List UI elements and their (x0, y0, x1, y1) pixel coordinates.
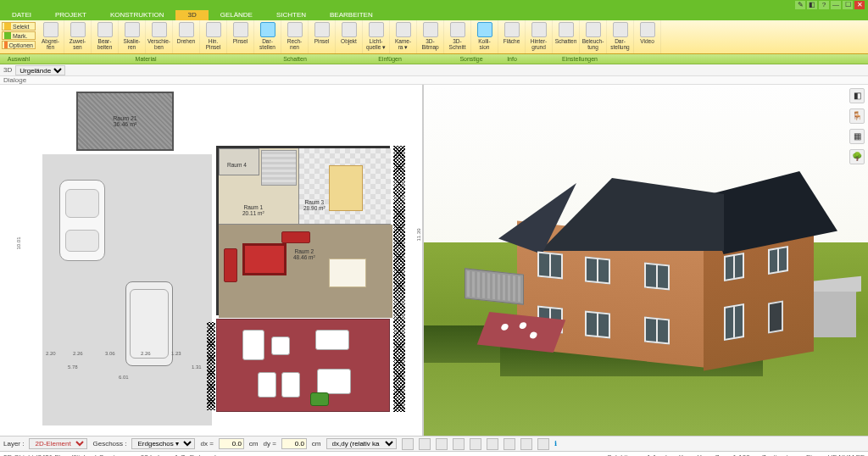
ribbon-btn[interactable]: Schatten (553, 20, 580, 53)
ribbon-btn[interactable]: Rech-nen (281, 20, 309, 53)
living-table (329, 259, 366, 287)
dim: 5.78 (68, 364, 78, 370)
geschoss-select[interactable]: Erdgeschos ▾ (131, 438, 195, 449)
tool-btn[interactable] (453, 438, 465, 450)
layer-select[interactable]: 2D-Element (29, 438, 87, 449)
planter (310, 392, 329, 406)
dy-input[interactable] (281, 438, 307, 449)
balcony (465, 268, 524, 304)
status-bar: 3D Objekt (2431 Einzelflächen) Servierwa… (0, 451, 868, 456)
tool-btn[interactable] (504, 438, 515, 450)
minimize-btn[interactable]: — (831, 1, 841, 9)
tool-btn[interactable] (520, 438, 532, 450)
dim: 1.23 (171, 351, 181, 356)
garage-roof: Raum 2136.46 m² (76, 92, 174, 151)
ribbon-btn[interactable]: Hin.Pinsel (200, 20, 227, 53)
dining-table (329, 165, 363, 211)
ribbon-group-label: Auswahl (0, 54, 37, 64)
qat-options[interactable]: Optionen (2, 41, 36, 49)
menu-tab-projekt[interactable]: PROJEKT (43, 10, 98, 20)
coord-mode[interactable]: dx,dy (relativ ka (326, 438, 397, 449)
sofa (281, 231, 310, 243)
tool-btn[interactable] (487, 438, 498, 450)
dx-input[interactable] (219, 438, 244, 449)
hedge (207, 322, 215, 410)
bottom-toolbar: Layer : 2D-Element Geschoss : Erdgeschos… (0, 436, 868, 451)
house-3d (517, 153, 805, 373)
quick-access: Selekt Mark. Optionen (0, 20, 37, 53)
ribbon-btn[interactable]: Pinsel (227, 20, 254, 53)
2d-plan-view[interactable]: Raum 2136.46 m² Raum 4 Raum 120.11 m² Ra… (0, 85, 424, 436)
ribbon-btn[interactable]: Hinter-grund (526, 20, 553, 53)
dim: 1.31 (192, 364, 202, 370)
ribbon-btn[interactable]: Verschie-ben (146, 20, 173, 53)
tool-btn[interactable] (436, 438, 448, 450)
ribbon-btn[interactable]: Fläche (498, 20, 526, 53)
tool-btn[interactable] (402, 438, 414, 450)
ribbon-btn[interactable]: Drehen (173, 20, 200, 53)
ribbon-btn[interactable]: Licht-quelle ▾ (363, 20, 390, 53)
ribbon-btn[interactable]: 3D-Schnitt (444, 20, 471, 53)
dim: 6.01 (119, 375, 129, 380)
side-tool[interactable]: 🌳 (849, 149, 865, 164)
qat-select[interactable]: Selekt (2, 22, 36, 31)
mode-bar: 3D Urgelände (0, 64, 868, 76)
menu-tab-konstruktion[interactable]: KONSTRUKTION (98, 10, 176, 20)
patio-chair (281, 372, 300, 398)
ribbon-btn[interactable]: Dar-stellen (254, 20, 281, 53)
patio-table (271, 336, 290, 355)
ribbon-btn[interactable]: Dar-stellung (607, 20, 634, 53)
ribbon-group-label: Einfügen (336, 54, 444, 64)
menu-tab-sichten[interactable]: SICHTEN (264, 10, 318, 20)
view-select[interactable]: Urgelände (15, 65, 65, 75)
dialoge-panel-header[interactable]: Dialoge (0, 76, 868, 85)
patio-lounger (317, 369, 351, 394)
ribbon-group-label: Info (498, 54, 526, 64)
tool-btn[interactable] (419, 438, 431, 450)
ribbon-group-label (634, 54, 661, 64)
sys-btn[interactable]: ? (819, 1, 829, 9)
menu-tab-bearbeiten[interactable]: BEARBEITEN (318, 10, 385, 20)
sys-btn[interactable]: ✎ (795, 1, 805, 9)
patio (216, 319, 390, 412)
dim: 2.26 (141, 351, 151, 356)
dim: 10.01 (16, 236, 21, 249)
sofa (224, 248, 237, 282)
ribbon-btn[interactable]: Skalie-ren (119, 20, 146, 53)
ribbon-btn[interactable]: Kame-ra ▾ (390, 20, 417, 53)
ribbon-btn[interactable]: Objekt (336, 20, 363, 53)
ribbon-btn[interactable]: Video (634, 20, 661, 53)
tool-btn[interactable] (470, 438, 481, 450)
side-tool[interactable]: ◧ (849, 88, 865, 103)
ribbon-group-label: Einstellungen (526, 54, 634, 64)
ribbon-btn[interactable]: Abgrei-fen (37, 20, 64, 53)
menu-tabs: DATEIPROJEKTKONSTRUKTION3DGELÄNDESICHTEN… (0, 10, 868, 20)
3d-view[interactable]: ◧🪑▦🌳 (424, 85, 868, 436)
side-tool[interactable]: ▦ (849, 129, 865, 144)
side-tool[interactable]: 🪑 (849, 108, 865, 124)
close-btn[interactable]: ✕ (854, 1, 865, 9)
ribbon-btn[interactable]: Pinsel (309, 20, 336, 53)
ribbon-btn[interactable]: Bear-beiten (92, 20, 119, 53)
maximize-btn[interactable]: ☐ (843, 1, 853, 9)
ribbon: Selekt Mark. Optionen Abgrei-fenZuwei-se… (0, 20, 868, 54)
house-outline: Raum 4 Raum 120.11 m² Raum 328.90 m² Rau… (216, 146, 390, 315)
ribbon-group-label: Schatten (254, 54, 336, 64)
ribbon-btn[interactable]: Kolli-sion (471, 20, 498, 53)
sys-btn[interactable]: ◧ (807, 1, 817, 9)
stairs (261, 150, 297, 186)
mode-label: 3D (3, 66, 12, 74)
ribbon-btn[interactable]: 3D-Bitmap (417, 20, 444, 53)
ribbon-btn[interactable]: Beleuch-tung (580, 20, 607, 53)
ribbon-group-label: Material (37, 54, 254, 64)
patio-sofa (242, 330, 264, 360)
ribbon-group-label: Sonstige (444, 54, 498, 64)
ribbon-btn[interactable]: Zuwei-sen (64, 20, 92, 53)
qat-mark[interactable]: Mark. (2, 31, 36, 40)
menu-tab-3d[interactable]: 3D (175, 10, 208, 20)
dim: 3.06 (105, 351, 115, 356)
dim: 2.20 (46, 351, 56, 356)
menu-tab-datei[interactable]: DATEI (0, 10, 43, 20)
tool-btn[interactable] (537, 438, 549, 450)
menu-tab-gelände[interactable]: GELÄNDE (209, 10, 264, 20)
